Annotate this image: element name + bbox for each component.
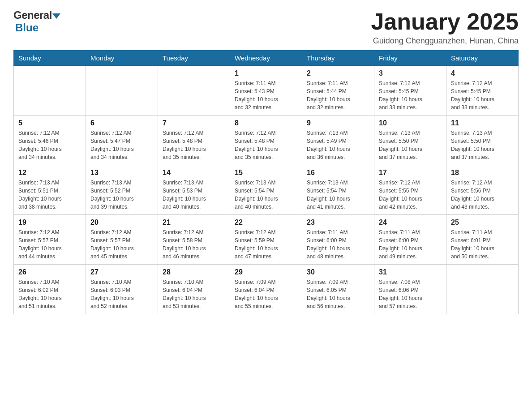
calendar-cell-w4d1: 19Sunrise: 7:12 AM Sunset: 5:57 PM Dayli… <box>14 215 86 265</box>
calendar-cell-w1d2 <box>86 66 158 116</box>
calendar-cell-w1d3 <box>158 66 230 116</box>
day-number: 21 <box>163 218 225 227</box>
calendar-cell-w4d7: 25Sunrise: 7:11 AM Sunset: 6:01 PM Dayli… <box>446 215 519 265</box>
calendar-cell-w2d3: 7Sunrise: 7:12 AM Sunset: 5:48 PM Daylig… <box>158 116 230 165</box>
day-number: 10 <box>379 119 442 127</box>
day-number: 24 <box>379 218 442 227</box>
day-info: Sunrise: 7:11 AM Sunset: 6:00 PM Dayligh… <box>379 228 442 261</box>
month-title: January 2025 <box>371 9 519 34</box>
logo: General Blue <box>13 9 61 34</box>
calendar-week-5: 26Sunrise: 7:10 AM Sunset: 6:02 PM Dayli… <box>14 265 519 314</box>
calendar-cell-w3d4: 15Sunrise: 7:13 AM Sunset: 5:54 PM Dayli… <box>230 165 302 215</box>
day-number: 8 <box>235 119 297 127</box>
day-info: Sunrise: 7:12 AM Sunset: 5:55 PM Dayligh… <box>379 179 442 211</box>
calendar-header-row: Sunday Monday Tuesday Wednesday Thursday… <box>14 51 519 66</box>
day-number: 31 <box>379 268 442 276</box>
day-info: Sunrise: 7:12 AM Sunset: 5:46 PM Dayligh… <box>18 129 81 161</box>
col-header-monday: Monday <box>86 51 158 66</box>
calendar-table: Sunday Monday Tuesday Wednesday Thursday… <box>13 50 519 314</box>
col-header-tuesday: Tuesday <box>158 51 230 66</box>
day-info: Sunrise: 7:13 AM Sunset: 5:54 PM Dayligh… <box>307 179 369 211</box>
calendar-cell-w2d4: 8Sunrise: 7:12 AM Sunset: 5:48 PM Daylig… <box>230 116 302 165</box>
calendar-cell-w3d1: 12Sunrise: 7:13 AM Sunset: 5:51 PM Dayli… <box>14 165 86 215</box>
calendar-cell-w2d5: 9Sunrise: 7:13 AM Sunset: 5:49 PM Daylig… <box>302 116 374 165</box>
day-info: Sunrise: 7:12 AM Sunset: 5:45 PM Dayligh… <box>379 79 442 111</box>
calendar-cell-w5d6: 31Sunrise: 7:08 AM Sunset: 6:06 PM Dayli… <box>374 265 446 314</box>
day-number: 29 <box>235 268 297 276</box>
calendar-week-4: 19Sunrise: 7:12 AM Sunset: 5:57 PM Dayli… <box>14 215 519 265</box>
calendar-cell-w4d5: 23Sunrise: 7:11 AM Sunset: 6:00 PM Dayli… <box>302 215 374 265</box>
col-header-sunday: Sunday <box>14 51 86 66</box>
calendar-cell-w5d4: 29Sunrise: 7:09 AM Sunset: 6:04 PM Dayli… <box>230 265 302 314</box>
logo-blue-text: Blue <box>15 21 39 34</box>
day-number: 20 <box>90 218 153 227</box>
calendar-cell-w1d4: 1Sunrise: 7:11 AM Sunset: 5:43 PM Daylig… <box>230 66 302 116</box>
day-info: Sunrise: 7:13 AM Sunset: 5:50 PM Dayligh… <box>451 129 514 161</box>
day-number: 16 <box>307 169 369 177</box>
calendar-cell-w2d6: 10Sunrise: 7:13 AM Sunset: 5:50 PM Dayli… <box>374 116 446 165</box>
day-number: 13 <box>90 169 153 177</box>
day-info: Sunrise: 7:10 AM Sunset: 6:04 PM Dayligh… <box>163 278 225 310</box>
calendar-cell-w5d7 <box>446 265 519 314</box>
day-number: 23 <box>307 218 369 227</box>
day-number: 14 <box>163 169 225 177</box>
calendar-cell-w5d2: 27Sunrise: 7:10 AM Sunset: 6:03 PM Dayli… <box>86 265 158 314</box>
day-number: 4 <box>451 69 514 77</box>
day-info: Sunrise: 7:12 AM Sunset: 5:47 PM Dayligh… <box>90 129 153 161</box>
calendar-cell-w2d2: 6Sunrise: 7:12 AM Sunset: 5:47 PM Daylig… <box>86 116 158 165</box>
calendar-cell-w5d5: 30Sunrise: 7:09 AM Sunset: 6:05 PM Dayli… <box>302 265 374 314</box>
day-number: 5 <box>18 119 81 127</box>
calendar-cell-w3d7: 18Sunrise: 7:12 AM Sunset: 5:56 PM Dayli… <box>446 165 519 215</box>
calendar-cell-w4d3: 21Sunrise: 7:12 AM Sunset: 5:58 PM Dayli… <box>158 215 230 265</box>
col-header-friday: Friday <box>374 51 446 66</box>
day-info: Sunrise: 7:13 AM Sunset: 5:53 PM Dayligh… <box>163 179 225 211</box>
day-number: 12 <box>18 169 81 177</box>
day-info: Sunrise: 7:12 AM Sunset: 5:57 PM Dayligh… <box>90 228 153 261</box>
day-info: Sunrise: 7:13 AM Sunset: 5:54 PM Dayligh… <box>235 179 297 211</box>
day-number: 28 <box>163 268 225 276</box>
day-number: 19 <box>18 218 81 227</box>
day-number: 30 <box>307 268 369 276</box>
calendar-week-3: 12Sunrise: 7:13 AM Sunset: 5:51 PM Dayli… <box>14 165 519 215</box>
day-info: Sunrise: 7:11 AM Sunset: 6:01 PM Dayligh… <box>451 228 514 261</box>
day-info: Sunrise: 7:11 AM Sunset: 6:00 PM Dayligh… <box>307 228 369 261</box>
day-info: Sunrise: 7:08 AM Sunset: 6:06 PM Dayligh… <box>379 278 442 310</box>
calendar-cell-w4d2: 20Sunrise: 7:12 AM Sunset: 5:57 PM Dayli… <box>86 215 158 265</box>
day-info: Sunrise: 7:11 AM Sunset: 5:43 PM Dayligh… <box>235 79 297 111</box>
day-info: Sunrise: 7:12 AM Sunset: 5:58 PM Dayligh… <box>163 228 225 261</box>
day-info: Sunrise: 7:12 AM Sunset: 5:59 PM Dayligh… <box>235 228 297 261</box>
day-info: Sunrise: 7:09 AM Sunset: 6:04 PM Dayligh… <box>235 278 297 310</box>
day-number: 26 <box>18 268 81 276</box>
calendar-cell-w4d4: 22Sunrise: 7:12 AM Sunset: 5:59 PM Dayli… <box>230 215 302 265</box>
day-number: 3 <box>379 69 442 77</box>
day-number: 1 <box>235 69 297 77</box>
logo-arrow-icon <box>52 13 60 19</box>
day-number: 18 <box>451 169 514 177</box>
day-number: 2 <box>307 69 369 77</box>
day-number: 25 <box>451 218 514 227</box>
calendar-cell-w2d7: 11Sunrise: 7:13 AM Sunset: 5:50 PM Dayli… <box>446 116 519 165</box>
calendar-cell-w3d6: 17Sunrise: 7:12 AM Sunset: 5:55 PM Dayli… <box>374 165 446 215</box>
day-number: 15 <box>235 169 297 177</box>
col-header-wednesday: Wednesday <box>230 51 302 66</box>
day-info: Sunrise: 7:13 AM Sunset: 5:49 PM Dayligh… <box>307 129 369 161</box>
day-number: 6 <box>90 119 153 127</box>
calendar-cell-w1d6: 3Sunrise: 7:12 AM Sunset: 5:45 PM Daylig… <box>374 66 446 116</box>
calendar-cell-w4d6: 24Sunrise: 7:11 AM Sunset: 6:00 PM Dayli… <box>374 215 446 265</box>
col-header-thursday: Thursday <box>302 51 374 66</box>
calendar-cell-w2d1: 5Sunrise: 7:12 AM Sunset: 5:46 PM Daylig… <box>14 116 86 165</box>
day-number: 22 <box>235 218 297 227</box>
day-info: Sunrise: 7:09 AM Sunset: 6:05 PM Dayligh… <box>307 278 369 310</box>
day-number: 9 <box>307 119 369 127</box>
calendar-cell-w3d2: 13Sunrise: 7:13 AM Sunset: 5:52 PM Dayli… <box>86 165 158 215</box>
day-info: Sunrise: 7:12 AM Sunset: 5:48 PM Dayligh… <box>235 129 297 161</box>
calendar-cell-w5d1: 26Sunrise: 7:10 AM Sunset: 6:02 PM Dayli… <box>14 265 86 314</box>
day-info: Sunrise: 7:13 AM Sunset: 5:50 PM Dayligh… <box>379 129 442 161</box>
logo-general-text: General <box>13 9 52 21</box>
calendar-cell-w3d5: 16Sunrise: 7:13 AM Sunset: 5:54 PM Dayli… <box>302 165 374 215</box>
day-info: Sunrise: 7:10 AM Sunset: 6:03 PM Dayligh… <box>90 278 153 310</box>
title-section: January 2025 Guidong Chengguanzhen, Huna… <box>371 9 519 46</box>
calendar-cell-w1d1 <box>14 66 86 116</box>
calendar-cell-w3d3: 14Sunrise: 7:13 AM Sunset: 5:53 PM Dayli… <box>158 165 230 215</box>
day-info: Sunrise: 7:13 AM Sunset: 5:52 PM Dayligh… <box>90 179 153 211</box>
